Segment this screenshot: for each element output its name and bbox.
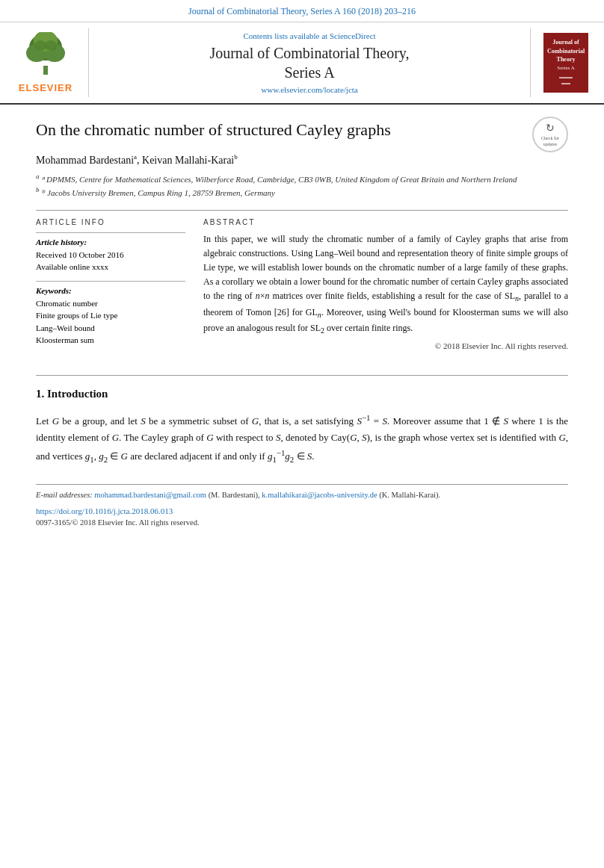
journal-cover-image: Journal of Combinatorial Theory Series A… xyxy=(540,28,592,97)
svg-point-6 xyxy=(45,40,57,51)
svg-point-5 xyxy=(34,40,46,51)
email-link-2[interactable]: k.mallahikarai@jacobs-university.de xyxy=(262,491,377,499)
introduction-section: 1. Introduction Let G be a group, and le… xyxy=(36,375,568,467)
email-link-1[interactable]: mohammad.bardestani@gmail.com xyxy=(94,491,206,499)
keyword-1: Chromatic number xyxy=(36,297,185,310)
footer-section: E-mail addresses: mohammad.bardestani@gm… xyxy=(36,484,568,530)
journal-title-block: Contents lists available at ScienceDirec… xyxy=(88,28,531,97)
copyright-notice: © 2018 Elsevier Inc. All rights reserved… xyxy=(203,341,568,350)
email-addresses: E-mail addresses: mohammad.bardestani@gm… xyxy=(36,489,568,502)
keyword-3: Lang–Weil bound xyxy=(36,322,185,335)
introduction-paragraph: Let G be a group, and let S be a symmetr… xyxy=(36,411,568,467)
keywords-block: Keywords: Chromatic number Finite groups… xyxy=(36,281,185,347)
article-info-heading: ARTICLE INFO xyxy=(36,218,185,226)
article-title: On the chromatic number of structured Ca… xyxy=(36,120,568,141)
journal-reference-top: Journal of Combinatorial Theory, Series … xyxy=(0,0,604,22)
abstract-heading: ABSTRACT xyxy=(203,218,568,226)
received-date: Received 10 October 2016 xyxy=(36,249,185,261)
keyword-4: Kloosterman sum xyxy=(36,334,185,347)
available-online: Available online xxxx xyxy=(36,261,185,273)
abstract-column: ABSTRACT In this paper, we will study th… xyxy=(203,218,568,354)
article-history-block: Article history: Received 10 October 201… xyxy=(36,232,185,273)
history-label: Article history: xyxy=(36,238,185,247)
contents-link: Contents lists available at ScienceDirec… xyxy=(243,31,375,40)
info-abstract-section: ARTICLE INFO Article history: Received 1… xyxy=(36,210,568,354)
authors-line: Mohammad Bardestania, Keivan Mallahi-Kar… xyxy=(36,153,568,167)
elsevier-logo: ELSEVIER xyxy=(12,28,79,97)
keywords-label: Keywords: xyxy=(36,286,185,295)
svg-rect-0 xyxy=(43,66,48,75)
keyword-2: Finite groups of Lie type xyxy=(36,309,185,322)
cover-thumbnail: Journal of Combinatorial Theory Series A… xyxy=(543,33,588,93)
check-updates-badge[interactable]: ↻ Check for updates xyxy=(532,117,568,152)
journal-header: ELSEVIER Contents lists available at Sci… xyxy=(0,22,604,105)
doi-link[interactable]: https://doi.org/10.1016/j.jcta.2018.06.0… xyxy=(36,506,173,515)
article-content: ↻ Check for updates On the chromatic num… xyxy=(0,105,604,548)
issn-line: 0097-3165/© 2018 Elsevier Inc. All right… xyxy=(36,517,568,530)
elsevier-brand-label: ELSEVIER xyxy=(19,82,73,93)
affiliations: a ᵃ DPMMS, Centre for Mathematical Scien… xyxy=(36,172,568,199)
journal-url[interactable]: www.elsevier.com/locate/jcta xyxy=(261,85,357,94)
section-title: 1. Introduction xyxy=(36,388,568,400)
journal-name: Journal of Combinatorial Theory, Series … xyxy=(209,43,409,82)
article-info-column: ARTICLE INFO Article history: Received 1… xyxy=(36,218,185,354)
abstract-text: In this paper, we will study the chromat… xyxy=(203,232,568,338)
